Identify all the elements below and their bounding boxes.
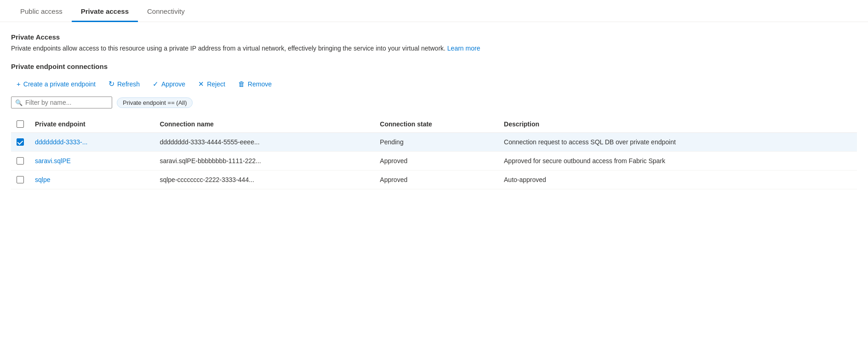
tab-private-access[interactable]: Private access [72, 0, 138, 22]
tab-public-access[interactable]: Public access [11, 0, 72, 22]
description-cell: Auto-approved [498, 171, 857, 189]
table-row: sqlpesqlpe-cccccccc-2222-3333-444...Appr… [11, 171, 857, 189]
private-endpoint-link[interactable]: saravi.sqlPE [35, 157, 71, 165]
filter-row: 🔍 Private endpoint == (All) [11, 97, 857, 108]
col-header-connection-name: Connection name [154, 116, 374, 133]
approve-button[interactable]: ✓ Approve [147, 77, 191, 91]
connections-table: Private endpoint Connection name Connect… [11, 116, 857, 189]
create-private-endpoint-button[interactable]: + Create a private endpoint [11, 77, 101, 91]
tab-bar: Public access Private access Connectivit… [0, 0, 868, 22]
table-row: dddddddd-3333-...dddddddd-3333-4444-5555… [11, 133, 857, 152]
filter-input-wrap[interactable]: 🔍 [11, 97, 112, 108]
connection-name-cell: saravi.sqlPE-bbbbbbbb-1111-222... [154, 152, 374, 171]
description-cell: Approved for secure outbound access from… [498, 152, 857, 171]
connection-name-cell: dddddddd-3333-4444-5555-eeee... [154, 133, 374, 152]
table-row: saravi.sqlPEsaravi.sqlPE-bbbbbbbb-1111-2… [11, 152, 857, 171]
row-checkbox-2[interactable] [17, 176, 24, 183]
subsection-title: Private endpoint connections [11, 63, 857, 70]
reject-button[interactable]: ✕ Reject [193, 77, 231, 91]
section-title: Private Access [11, 33, 857, 41]
plus-icon: + [17, 80, 21, 88]
row-checkbox-0[interactable] [17, 138, 24, 146]
remove-button[interactable]: 🗑 Remove [233, 77, 277, 91]
x-icon: ✕ [198, 80, 204, 88]
description-cell: Connection request to access SQL DB over… [498, 133, 857, 152]
refresh-icon: ↻ [108, 80, 114, 88]
toolbar: + Create a private endpoint ↻ Refresh ✓ … [11, 77, 857, 91]
col-header-connection-state: Connection state [374, 116, 498, 133]
filter-badge[interactable]: Private endpoint == (All) [117, 97, 193, 108]
select-all-checkbox[interactable] [17, 120, 24, 128]
connection-state-cell: Approved [374, 171, 498, 189]
learn-more-link[interactable]: Learn more [447, 45, 480, 52]
refresh-button[interactable]: ↻ Refresh [103, 77, 145, 91]
row-checkbox-1[interactable] [17, 157, 24, 165]
connection-state-cell: Pending [374, 133, 498, 152]
table-header-row: Private endpoint Connection name Connect… [11, 116, 857, 133]
filter-input[interactable] [25, 99, 108, 106]
private-endpoint-link[interactable]: dddddddd-3333-... [35, 138, 87, 146]
select-all-header[interactable] [11, 116, 29, 133]
connection-state-cell: Approved [374, 152, 498, 171]
col-header-private-endpoint: Private endpoint [29, 116, 154, 133]
trash-icon: 🗑 [238, 80, 245, 88]
main-content: Private Access Private endpoints allow a… [0, 22, 868, 200]
connection-name-cell: sqlpe-cccccccc-2222-3333-444... [154, 171, 374, 189]
tab-connectivity[interactable]: Connectivity [138, 0, 194, 22]
section-description: Private endpoints allow access to this r… [11, 44, 857, 53]
col-header-description: Description [498, 116, 857, 133]
private-endpoint-link[interactable]: sqlpe [35, 176, 50, 183]
search-icon: 🔍 [15, 99, 23, 106]
checkmark-icon: ✓ [153, 80, 159, 88]
